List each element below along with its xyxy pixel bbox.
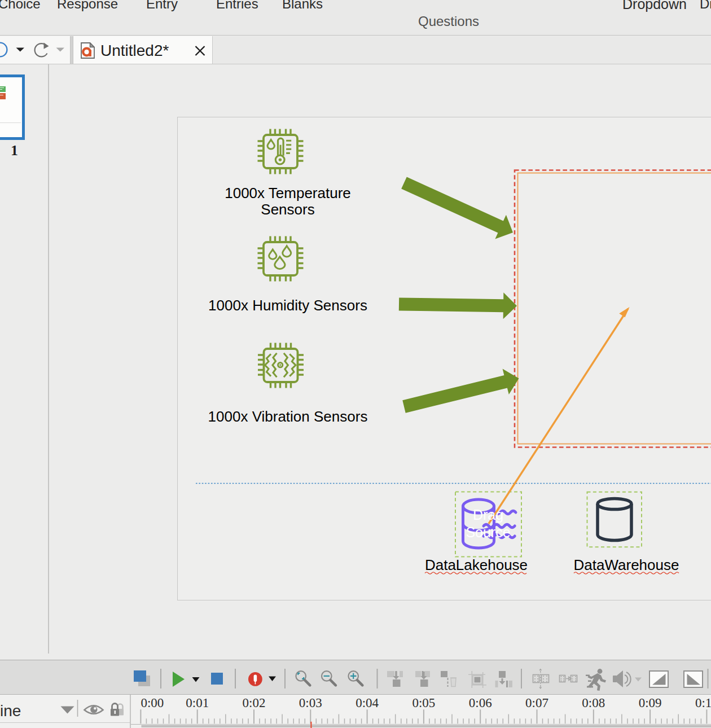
svg-text:0:08: 0:08: [582, 696, 605, 710]
svg-text:0:00: 0:00: [141, 696, 164, 710]
svg-text:0:06: 0:06: [469, 696, 492, 710]
svg-text:0:01: 0:01: [186, 696, 209, 710]
svg-text:0:07: 0:07: [525, 696, 548, 710]
svg-text:0:03: 0:03: [299, 696, 322, 710]
svg-text:0:02: 0:02: [243, 696, 266, 710]
svg-text:0:09: 0:09: [639, 696, 662, 710]
svg-text:0:04: 0:04: [356, 696, 379, 710]
svg-text:0:05: 0:05: [412, 696, 435, 710]
svg-text:0:10: 0:10: [695, 696, 711, 710]
